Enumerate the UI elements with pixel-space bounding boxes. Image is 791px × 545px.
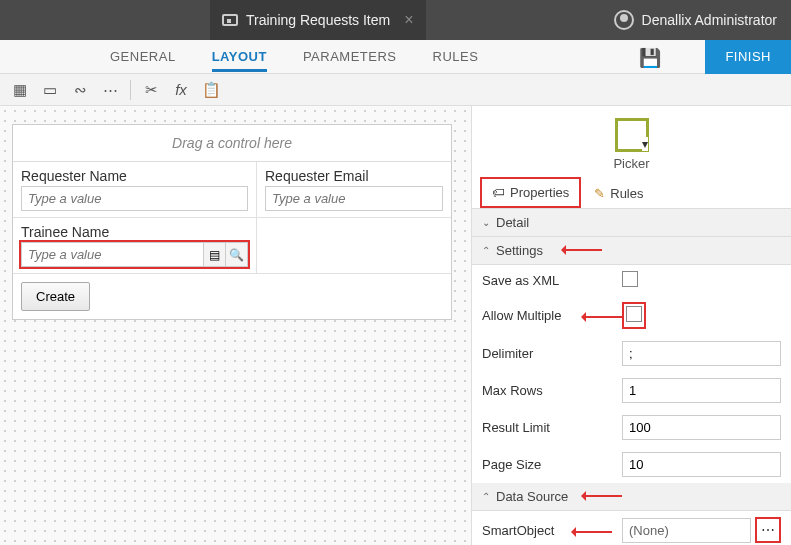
requester-name-label: Requester Name <box>21 168 248 184</box>
active-document-tab[interactable]: Training Requests Item × <box>210 0 426 40</box>
save-as-xml-checkbox[interactable] <box>622 271 638 287</box>
requester-email-input[interactable] <box>265 186 443 211</box>
trainee-name-input[interactable] <box>22 243 203 266</box>
delimiter-input[interactable] <box>622 341 781 366</box>
user-info[interactable]: Denallix Administrator <box>614 10 791 30</box>
rules-tab[interactable]: ✎ Rules <box>583 177 654 208</box>
toolbar: ▦ ▭ ∾ ⋯ ✂ fx 📋 <box>0 74 791 106</box>
properties-tab[interactable]: 🏷 Properties <box>480 177 581 208</box>
user-avatar-icon <box>614 10 634 30</box>
more-icon[interactable]: ⋯ <box>100 80 120 100</box>
annotation-arrow <box>562 249 602 251</box>
tab-parameters[interactable]: PARAMETERS <box>303 41 397 72</box>
annotation-arrow <box>582 316 622 318</box>
layout-icon[interactable]: ▭ <box>40 80 60 100</box>
allow-multiple-label: Allow Multiple <box>482 308 622 323</box>
user-name: Denallix Administrator <box>642 12 777 28</box>
drop-hint[interactable]: Drag a control here <box>13 125 451 162</box>
toolbox-icon[interactable]: ▦ <box>10 80 30 100</box>
close-icon[interactable]: × <box>404 11 413 29</box>
separator <box>130 80 131 100</box>
section-data-source[interactable]: ⌃ Data Source <box>472 483 791 511</box>
cut-icon[interactable]: ✂ <box>141 80 161 100</box>
max-rows-input[interactable] <box>622 378 781 403</box>
menu-bar: GENERAL LAYOUT PARAMETERS RULES 💾 FINISH <box>0 40 791 74</box>
control-type-title: Picker <box>472 156 791 171</box>
tab-layout[interactable]: LAYOUT <box>212 41 267 72</box>
finish-button[interactable]: FINISH <box>705 40 791 74</box>
page-size-input[interactable] <box>622 452 781 477</box>
delimiter-label: Delimiter <box>482 346 622 361</box>
section-detail[interactable]: ⌄ Detail <box>472 209 791 237</box>
picker-search-icon[interactable]: 🔍 <box>225 243 247 266</box>
create-button[interactable]: Create <box>21 282 90 311</box>
chevron-up-icon: ⌃ <box>482 245 490 256</box>
save-as-xml-label: Save as XML <box>482 273 622 288</box>
picker-icon <box>615 118 649 152</box>
annotation-arrow <box>572 531 612 533</box>
requester-name-input[interactable] <box>21 186 248 211</box>
result-limit-label: Result Limit <box>482 420 622 435</box>
trainee-name-picker[interactable]: ▤ 🔍 <box>21 242 248 267</box>
smartobject-browse-button[interactable]: ⋯ <box>755 517 781 543</box>
tab-general[interactable]: GENERAL <box>110 41 176 72</box>
tab-title: Training Requests Item <box>246 12 390 28</box>
requester-email-label: Requester Email <box>265 168 443 184</box>
rules-icon: ✎ <box>594 186 605 201</box>
section-settings[interactable]: ⌃ Settings <box>472 237 791 265</box>
title-bar: Training Requests Item × Denallix Admini… <box>0 0 791 40</box>
form-container: Drag a control here Requester Name Reque… <box>12 124 452 320</box>
picker-add-icon[interactable]: ▤ <box>203 243 225 266</box>
chevron-up-icon: ⌃ <box>482 491 490 502</box>
annotation-arrow <box>582 495 622 497</box>
properties-panel: Picker 🏷 Properties ✎ Rules ⌄ Detail ⌃ S… <box>471 106 791 545</box>
allow-multiple-checkbox[interactable] <box>626 306 642 322</box>
tab-rules[interactable]: RULES <box>433 41 479 72</box>
max-rows-label: Max Rows <box>482 383 622 398</box>
design-canvas[interactable]: Drag a control here Requester Name Reque… <box>0 106 471 545</box>
smartobject-input[interactable] <box>622 518 751 543</box>
fx-icon[interactable]: fx <box>171 80 191 100</box>
chevron-down-icon: ⌄ <box>482 217 490 228</box>
result-limit-input[interactable] <box>622 415 781 440</box>
paste-icon[interactable]: 📋 <box>201 80 221 100</box>
trainee-name-label: Trainee Name <box>21 224 248 240</box>
properties-icon: 🏷 <box>492 185 505 200</box>
unlink-icon[interactable]: ∾ <box>70 80 90 100</box>
save-icon[interactable]: 💾 <box>639 47 659 67</box>
page-size-label: Page Size <box>482 457 622 472</box>
smartobject-label: SmartObject <box>482 523 622 538</box>
form-icon <box>222 14 238 26</box>
